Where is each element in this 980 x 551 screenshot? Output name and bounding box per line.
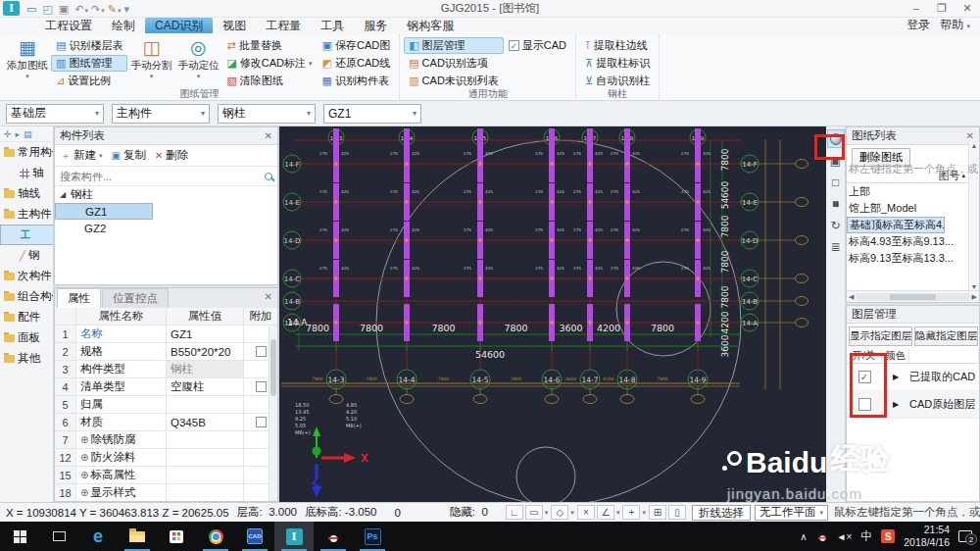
sogou-icon[interactable]: S — [881, 529, 895, 543]
pin-icon[interactable]: ✛ — [4, 129, 12, 139]
ribbon-button-保存CAD图[interactable]: ▣保存CAD图 — [318, 37, 396, 54]
store-icon[interactable] — [157, 522, 196, 551]
new-file-icon[interactable]: ▭ — [26, 3, 36, 15]
photoshop-icon[interactable]: Ps — [353, 522, 392, 551]
extra-checkbox[interactable] — [256, 346, 267, 357]
explorer-icon[interactable] — [118, 522, 157, 551]
property-value[interactable] — [167, 431, 244, 448]
ribbon-button-识别楼层表[interactable]: ▤识别楼层表 — [51, 37, 127, 54]
minimize-button[interactable]: – — [904, 0, 929, 17]
hide-layers-button[interactable]: 隐藏指定图层 — [914, 326, 978, 346]
workplane-dropdown[interactable]: 无工作平面▾ — [755, 505, 828, 521]
tray-chevron-icon[interactable]: ∧ — [800, 531, 807, 542]
property-value[interactable]: 钢柱 — [167, 361, 244, 377]
copy-component-button[interactable]: ▣复制 — [112, 148, 146, 163]
expand-icon[interactable]: ⊕ — [80, 487, 88, 498]
ribbon-button-清除图纸[interactable]: ▧清除图纸 — [221, 73, 317, 89]
property-value[interactable] — [167, 484, 244, 501]
layer-expand-icon[interactable]: ▶ — [893, 373, 899, 381]
close-button[interactable]: ✕ — [955, 0, 980, 17]
sheet-tool-icon[interactable]: ▯ — [668, 505, 686, 520]
sidebar-item-常用构件[interactable]: 常用构件 — [0, 142, 53, 163]
sheet-row[interactable]: 标高4.93至标高9.13... — [847, 233, 979, 250]
rotate-view-icon[interactable]: ↻ — [827, 216, 845, 234]
sidebar-item-轴线[interactable]: 轴线 — [0, 183, 53, 204]
ucs-toggle-icon[interactable]: ∟ — [506, 505, 523, 520]
extra-checkbox[interactable] — [256, 381, 267, 392]
property-value[interactable]: 空腹柱 — [167, 378, 244, 395]
login-button[interactable]: 登录 — [906, 17, 930, 33]
ribbon-button-CAD未识别列表[interactable]: ▥CAD未识别列表 — [404, 73, 504, 89]
tab-工具[interactable]: 工具 — [311, 18, 354, 33]
close-icon[interactable]: ✕ — [265, 130, 272, 141]
redo-icon[interactable]: ↷ — [91, 3, 100, 15]
frame-tool-icon[interactable]: ⊞ — [649, 505, 666, 520]
expand-icon[interactable]: ⊕ — [80, 452, 88, 463]
component-class-selector[interactable]: 主构件▾ — [112, 104, 210, 124]
ribbon-button-显示CAD[interactable]: 显示CAD — [504, 37, 571, 54]
orbit-icon[interactable] — [827, 129, 845, 148]
sheet-row[interactable]: 馆上部_Model — [847, 200, 979, 217]
layer-visibility-checkbox[interactable] — [858, 398, 871, 411]
property-value[interactable] — [167, 396, 244, 413]
edge-icon[interactable]: e — [78, 522, 118, 551]
sheet-row[interactable]: 标高9.13至标高13.3... — [847, 250, 979, 267]
open-file-icon[interactable]: ◰ — [42, 3, 52, 15]
cad-canvas[interactable]: 14-F14-F14-E14-E14-D14-D14-C14-C14-B14-B… — [279, 126, 826, 502]
ribbon-button-图纸管理[interactable]: ▥图纸管理 — [51, 55, 127, 72]
ribbon-button-批量替换[interactable]: ⇄批量替换 — [221, 37, 317, 54]
chrome-icon[interactable] — [196, 522, 235, 551]
angle-tool-icon[interactable]: ∠ — [597, 505, 614, 520]
sidebar-item-次构件[interactable]: 次构件 — [0, 266, 53, 286]
search-component-input[interactable] — [60, 171, 265, 182]
qq-icon[interactable] — [314, 522, 353, 551]
polyline-select-button[interactable]: 折线选择 — [692, 505, 751, 521]
show-layers-button[interactable]: 显示指定图层 — [849, 326, 912, 346]
floor-selector[interactable]: 基础层▾ — [6, 104, 104, 124]
gjg-app-icon[interactable]: I — [274, 522, 314, 551]
task-view-button[interactable] — [39, 522, 78, 551]
ribbon-button-CAD识别选项[interactable]: ▤CAD识别选项 — [404, 55, 504, 72]
component-name-selector[interactable]: GZ1▾ — [323, 104, 421, 124]
ribbon-button-提取柱边线[interactable]: ⊺提取柱边线 — [580, 37, 655, 54]
restore-button[interactable]: ❐ — [929, 0, 955, 17]
save-icon[interactable]: ▣ — [59, 3, 69, 15]
show-cad-checkbox[interactable] — [509, 40, 519, 51]
extra-checkbox[interactable] — [256, 417, 267, 427]
start-button[interactable] — [0, 522, 39, 551]
property-value[interactable]: GZ1 — [167, 326, 244, 342]
component-item-GZ2[interactable]: GZ2 — [55, 220, 277, 236]
delete-tool-icon[interactable]: × — [577, 505, 595, 520]
tab-绘制[interactable]: 绘制 — [102, 18, 145, 33]
tray-qq-icon[interactable] — [816, 530, 826, 542]
ribbon-button-手动分割[interactable]: ◫手动分割▾ — [127, 35, 174, 79]
tab-属性[interactable]: 属性 — [57, 288, 101, 308]
customize-icon[interactable]: ▾ — [123, 3, 129, 15]
ribbon-button-还原CAD线[interactable]: ◩还原CAD线 — [318, 55, 396, 72]
sheet-row[interactable]: 上部 — [847, 183, 979, 200]
sidebar-item-面板[interactable]: 面板 — [0, 327, 53, 348]
panel-icon[interactable]: ▤ — [24, 129, 32, 139]
sidebar-item-主构件[interactable]: 主构件 — [0, 204, 53, 225]
tab-工程设置[interactable]: 工程设置 — [35, 18, 102, 33]
collapse-icon[interactable]: ▸ — [16, 129, 21, 139]
sidebar-item-配件[interactable]: 配件 — [0, 307, 53, 327]
expand-icon[interactable]: ⊕ — [80, 434, 88, 445]
view-mode-icon[interactable]: ◇ — [551, 505, 568, 520]
sidebar-item-钢[interactable]: 工钢 — [0, 225, 54, 245]
tab-CAD识别[interactable]: CAD识别 — [145, 18, 213, 33]
component-group-row[interactable]: ◢钢柱 — [55, 186, 277, 203]
volume-muted-icon[interactable]: ◄× — [837, 531, 853, 542]
tab-位置控点[interactable]: 位置控点 — [102, 288, 169, 308]
ime-indicator[interactable]: 中 — [860, 528, 872, 545]
new-component-button[interactable]: ＋新建▾ — [61, 148, 103, 163]
tab-服务[interactable]: 服务 — [354, 18, 397, 33]
tab-视图[interactable]: 视图 — [213, 18, 256, 33]
property-value[interactable] — [167, 467, 244, 483]
close-icon[interactable]: ✕ — [265, 291, 272, 302]
sheet-hscrollbar[interactable]: ◀▶ — [847, 290, 979, 302]
snap-tool-icon[interactable]: + — [622, 505, 640, 520]
property-value[interactable] — [167, 449, 244, 466]
ribbon-button-修改CAD标注[interactable]: ◪修改CAD标注▾ — [221, 55, 317, 72]
help-menu[interactable]: 帮助 ▾ — [940, 17, 970, 33]
